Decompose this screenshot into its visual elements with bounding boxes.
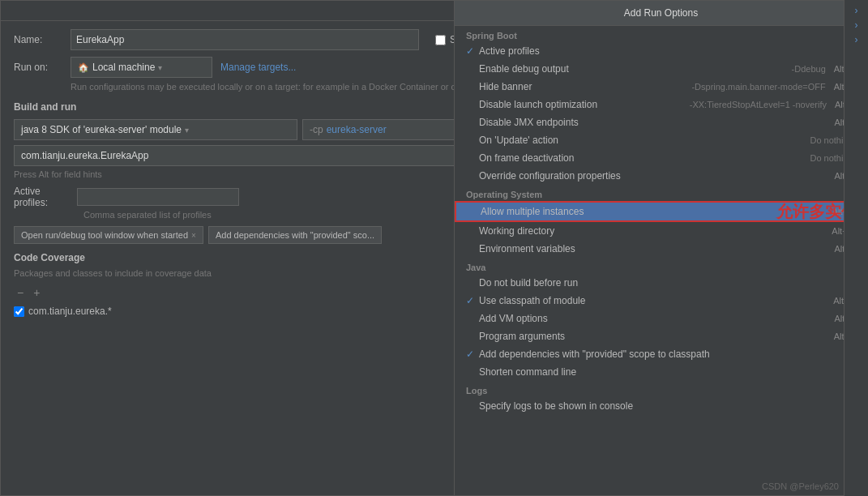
dropdown-panel: Add Run Options Spring Boot ✓ Active pro… [454, 0, 868, 496]
frame-deactivation-label: On frame deactivation [479, 152, 805, 164]
enable-debug-label: Enable debug output [479, 63, 787, 75]
active-profiles-input[interactable] [77, 188, 239, 206]
coverage-plus-btn[interactable]: + [30, 284, 43, 301]
hide-banner-hint: -Dspring.main.banner-mode=OFF [691, 82, 825, 92]
menu-item-vm-options[interactable]: Add VM options Alt+V [455, 310, 867, 327]
menu-item-shorten-cmd[interactable]: Shorten command line [455, 363, 867, 381]
local-machine-label: Local machine [92, 62, 155, 73]
store-project-checkbox[interactable] [435, 35, 446, 45]
coverage-minus-btn[interactable]: − [14, 284, 27, 301]
program-args-label: Program arguments [479, 331, 826, 342]
spring-boot-section-header: Spring Boot [455, 26, 867, 42]
menu-item-disable-jmx[interactable]: Disable JMX endpoints Alt+X [455, 113, 867, 131]
tag-dependencies-label: Add dependencies with "provided" sco... [216, 230, 374, 240]
right-sidebar: › › › [844, 0, 868, 496]
java-section-header: Java [455, 258, 867, 274]
cp-value: eureka-server [327, 124, 387, 135]
menu-item-disable-launch[interactable]: Disable launch optimization -XX:TieredSt… [455, 96, 867, 113]
tag-run-debug: Open run/debug tool window when started … [14, 226, 203, 244]
active-profiles-item-label: Active profiles [479, 45, 856, 57]
panel-header: Add Run Options [455, 1, 867, 26]
logs-section-header: Logs [455, 381, 867, 397]
menu-item-override-config[interactable]: Override configuration properties Alt+P [455, 167, 867, 185]
specify-logs-label: Specify logs to be shown in console [479, 400, 856, 412]
name-input[interactable] [71, 29, 419, 50]
coverage-item-checkbox[interactable] [14, 306, 24, 317]
menu-item-working-dir[interactable]: Working directory Alt+W [455, 222, 867, 240]
menu-item-update-action[interactable]: On 'Update' action Do nothing › [455, 131, 867, 149]
update-action-label: On 'Update' action [479, 135, 805, 146]
disable-launch-label: Disable launch optimization [479, 99, 685, 110]
sidebar-arrow-3[interactable]: › [855, 34, 858, 45]
dropdown-chevron: ▾ [158, 63, 162, 72]
disable-jmx-label: Disable JMX endpoints [479, 117, 826, 128]
disable-launch-hint: -XX:TieredStopAtLevel=1 -noverify [690, 100, 827, 109]
enable-debug-hint: -Ddebug [792, 64, 826, 74]
vm-options-label: Add VM options [479, 313, 826, 324]
use-classpath-label: Use classpath of module [479, 295, 825, 306]
menu-item-use-classpath[interactable]: ✓ Use classpath of module Alt+O [455, 292, 867, 310]
hide-banner-label: Hide banner [479, 81, 686, 92]
allow-multiple-label: Allow multiple instances [481, 206, 824, 217]
coverage-item-label: com.tianju.eureka.* [28, 306, 112, 317]
manage-targets-link[interactable]: Manage targets... [220, 62, 296, 73]
menu-item-no-build[interactable]: Do not build before run [455, 274, 867, 292]
menu-item-program-args[interactable]: Program arguments Alt+R [455, 327, 867, 345]
run-on-dropdown[interactable]: 🏠 Local machine ▾ [71, 57, 212, 78]
watermark: CSDN @Perley620 [762, 481, 839, 491]
os-section-header: Operating System [455, 185, 867, 201]
menu-item-frame-deactivation[interactable]: On frame deactivation Do nothing › [455, 149, 867, 167]
override-config-label: Override configuration properties [479, 170, 826, 182]
menu-item-enable-debug[interactable]: Enable debug output -Ddebug Alt+D [455, 60, 867, 78]
use-classpath-check: ✓ [466, 295, 479, 306]
name-label: Name: [14, 34, 71, 45]
sdk-chevron: ▾ [185, 126, 189, 135]
tag-run-debug-label: Open run/debug tool window when started [21, 230, 188, 240]
menu-item-allow-multiple[interactable]: Allow multiple instances Alt+U 允许多实例 [455, 201, 867, 222]
run-on-label: Run on: [14, 62, 71, 73]
add-dependencies-label: Add dependencies with "provided" scope t… [479, 348, 856, 360]
menu-item-env-vars[interactable]: Environment variables Alt+E [455, 240, 867, 258]
shorten-cmd-label: Shorten command line [479, 366, 856, 378]
menu-item-specify-logs[interactable]: Specify logs to be shown in console [455, 397, 867, 415]
active-profiles-check: ✓ [466, 45, 479, 57]
env-vars-label: Environment variables [479, 243, 826, 254]
sidebar-arrow-1[interactable]: › [855, 5, 858, 16]
sidebar-arrow-2[interactable]: › [855, 19, 858, 31]
sdk-dropdown[interactable]: java 8 SDK of 'eureka-server' module ▾ [14, 119, 297, 140]
tag-dependencies: Add dependencies with "provided" sco... [208, 226, 382, 244]
active-profiles-label: Active profiles: [14, 186, 71, 208]
add-dependencies-check: ✓ [466, 348, 479, 360]
working-dir-label: Working directory [479, 225, 823, 237]
menu-item-active-profiles[interactable]: ✓ Active profiles [455, 42, 867, 60]
sdk-value: java 8 SDK of 'eureka-server' module [21, 124, 182, 135]
menu-item-hide-banner[interactable]: Hide banner -Dspring.main.banner-mode=OF… [455, 78, 867, 96]
tag-run-debug-close[interactable]: × [191, 231, 196, 240]
menu-item-add-dependencies[interactable]: ✓ Add dependencies with "provided" scope… [455, 345, 867, 363]
no-build-label: Do not build before run [479, 277, 856, 289]
